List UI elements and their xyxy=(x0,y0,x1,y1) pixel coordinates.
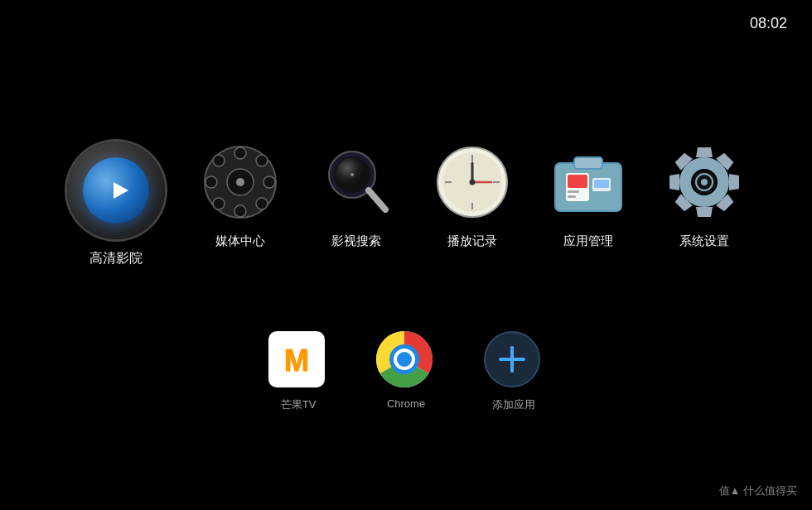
svg-point-15 xyxy=(263,176,275,188)
video-search-label: 影视搜索 xyxy=(331,233,381,249)
time-display: 08:02 xyxy=(750,15,787,32)
app-hd-cinema[interactable]: 高清影院 xyxy=(50,141,182,267)
svg-marker-8 xyxy=(114,182,128,199)
media-center-label: 媒体中心 xyxy=(215,233,265,249)
app-chrome[interactable]: Chrome xyxy=(352,331,460,410)
svg-point-48 xyxy=(701,179,708,185)
svg-point-17 xyxy=(256,198,268,209)
play-history-label: 播放记录 xyxy=(447,233,497,249)
app-mango-tv[interactable]: M M 芒果TV xyxy=(244,331,352,412)
app-manager[interactable]: 应用管理 xyxy=(530,141,646,249)
app-system-settings[interactable]: 系统设置 xyxy=(646,141,762,249)
mango-tv-label: 芒果TV xyxy=(281,397,317,412)
app-manager-icon xyxy=(547,141,630,224)
system-settings-icon xyxy=(663,141,746,224)
svg-rect-40 xyxy=(568,190,579,193)
status-bar: 08:02 xyxy=(728,15,787,32)
svg-point-18 xyxy=(256,155,268,166)
clock-display: 08:02 xyxy=(745,15,787,32)
app-add[interactable]: 添加应用 xyxy=(460,331,568,412)
play-history-icon xyxy=(431,141,514,224)
app-media-center[interactable]: 媒体中心 xyxy=(182,141,298,249)
app-play-history[interactable]: 播放记录 xyxy=(414,141,530,249)
svg-rect-37 xyxy=(574,157,602,169)
svg-point-55 xyxy=(397,352,412,367)
watermark: 值▲ 什么值得买 xyxy=(719,484,797,498)
svg-rect-41 xyxy=(568,195,576,198)
add-app-label: 添加应用 xyxy=(492,397,535,412)
svg-point-13 xyxy=(234,205,246,217)
hd-cinema-icon xyxy=(66,141,166,240)
svg-point-14 xyxy=(205,176,217,188)
main-app-grid: 高清影院 媒体中心 xyxy=(0,141,812,267)
chrome-label: Chrome xyxy=(387,397,425,410)
app-manager-label: 应用管理 xyxy=(563,233,613,249)
media-center-icon xyxy=(199,141,282,224)
svg-point-11 xyxy=(236,178,244,186)
svg-point-34 xyxy=(470,180,476,185)
add-app-icon xyxy=(484,331,544,391)
svg-point-25 xyxy=(350,173,354,176)
svg-point-19 xyxy=(213,198,225,209)
system-settings-label: 系统设置 xyxy=(679,233,729,249)
svg-point-16 xyxy=(213,155,225,166)
hd-cinema-label: 高清影院 xyxy=(89,250,143,267)
chrome-icon xyxy=(376,331,436,391)
svg-line-24 xyxy=(369,190,385,209)
app-video-search[interactable]: 影视搜索 xyxy=(298,141,414,249)
svg-text:M: M xyxy=(284,344,309,378)
secondary-app-grid: M M 芒果TV Chrome xyxy=(0,331,812,412)
mango-tv-icon: M M xyxy=(268,331,328,391)
video-search-icon xyxy=(315,141,398,224)
svg-point-12 xyxy=(234,147,246,159)
svg-rect-39 xyxy=(568,175,587,188)
svg-rect-43 xyxy=(594,180,609,188)
